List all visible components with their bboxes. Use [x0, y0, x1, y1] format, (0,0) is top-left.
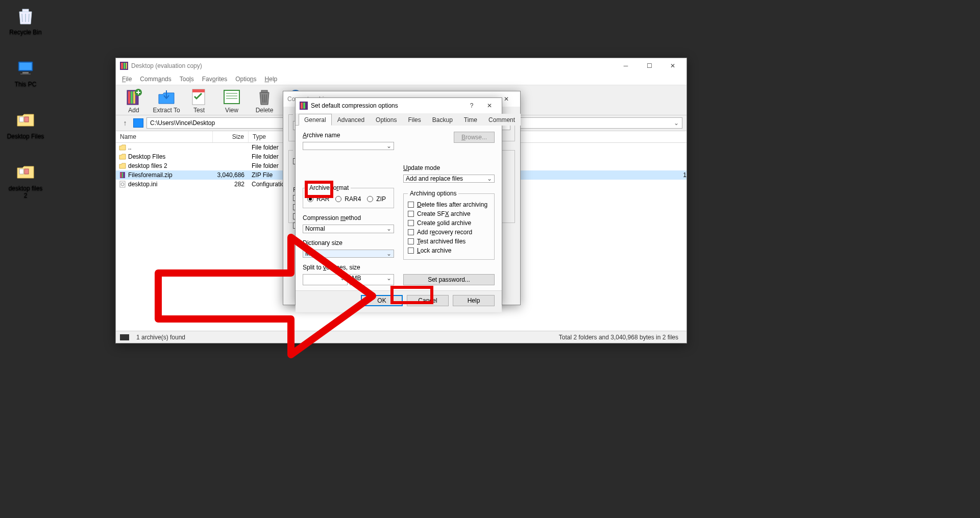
tab-time[interactable]: Time [458, 114, 483, 126]
radio-rar4[interactable]: RAR4 [335, 194, 361, 204]
svg-rect-4 [20, 73, 31, 75]
chevron-down-icon[interactable]: ⌄ [386, 275, 391, 282]
update-mode-select[interactable]: Add and replace files⌄ [403, 175, 495, 183]
col-size[interactable]: Size [213, 131, 249, 142]
svg-rect-3 [22, 72, 29, 73]
tb-add[interactable]: Add [119, 87, 149, 115]
tab-backup[interactable]: Backup [427, 114, 458, 126]
chevron-down-icon[interactable]: ⌄ [386, 142, 391, 150]
tb-label: Add [128, 107, 139, 114]
extract-icon [157, 87, 176, 107]
set-password-button[interactable]: Set password... [403, 274, 495, 285]
split-size-input[interactable]: ⌄ [303, 274, 348, 285]
maximize-button[interactable]: ☐ [638, 58, 661, 73]
compression-method-select[interactable]: Normal⌄ [303, 225, 394, 233]
svg-rect-5 [19, 117, 23, 122]
radio-zip[interactable]: ZIP [367, 194, 386, 204]
update-mode-label: Update mode [403, 164, 495, 171]
chk-solid[interactable]: Create solid archive [408, 218, 490, 228]
status-bar: 1 archive(s) found Total 2 folders and 3… [116, 331, 687, 343]
tb-delete[interactable]: Delete [250, 87, 279, 115]
desktop-icon-this-pc[interactable]: This PC [5, 57, 46, 88]
tb-test[interactable]: Test [184, 87, 214, 115]
ini-icon [119, 181, 126, 188]
svg-rect-11 [124, 63, 126, 69]
desktop-icon-recycle-bin[interactable]: Recycle Bin [5, 5, 46, 36]
ok-button[interactable]: OK [361, 295, 403, 306]
close-button[interactable]: ✕ [479, 98, 500, 113]
dialog-body: Archive name ⌄ Archive format RAR RAR4 Z… [296, 126, 502, 290]
menubar: File Commands Tools Favorites Options He… [116, 73, 687, 85]
tab-files[interactable]: Files [402, 114, 426, 126]
up-button[interactable]: ↑ [120, 119, 130, 127]
minimize-button[interactable]: ─ [614, 58, 638, 73]
svg-rect-20 [224, 90, 239, 104]
recycle-bin-icon [15, 5, 36, 27]
desktop-icon-label: Desktop Files [7, 133, 44, 140]
folder-icon [119, 153, 126, 160]
archive-name-input[interactable]: ⌄ [303, 142, 394, 150]
svg-rect-10 [121, 63, 123, 69]
dictionary-size-select[interactable]: MB⌄ [303, 250, 394, 258]
menu-help[interactable]: Help [262, 75, 281, 84]
status-right: Total 2 folders and 3,040,968 bytes in 2… [559, 334, 687, 341]
menu-tools[interactable]: Tools [177, 75, 197, 84]
tab-comment[interactable]: Comment [483, 114, 521, 126]
desktop-icon-desktop-files[interactable]: Desktop Files [5, 109, 46, 140]
tb-label: Test [193, 107, 205, 114]
svg-rect-6 [24, 117, 29, 122]
view-icon [222, 87, 241, 107]
tab-general[interactable]: General [299, 114, 332, 126]
this-pc-icon [15, 57, 36, 79]
chevron-down-icon[interactable]: ⌄ [674, 119, 679, 127]
close-button[interactable]: ✕ [661, 58, 684, 73]
tab-options[interactable]: Options [370, 114, 402, 126]
chk-test[interactable]: Test archived files [408, 237, 490, 246]
svg-rect-14 [128, 91, 130, 104]
chevron-down-icon[interactable]: ⌄ [386, 225, 391, 232]
svg-rect-12 [126, 63, 127, 69]
tb-view[interactable]: View [217, 87, 247, 115]
chevron-down-icon[interactable]: ⌄ [386, 250, 391, 257]
svg-rect-24 [261, 90, 267, 92]
drive-icon [133, 118, 143, 128]
archive-format-legend: Archive format [307, 184, 351, 191]
col-name[interactable]: Name [116, 131, 213, 142]
tab-advanced[interactable]: Advanced [332, 114, 370, 126]
tb-extract-to[interactable]: Extract To [152, 87, 181, 115]
cancel-button[interactable]: Cancel [407, 295, 449, 306]
split-volumes-label: Split to volumes, size [303, 264, 394, 271]
desktop-icon-label: desktop files 2 [9, 185, 43, 199]
chk-lock[interactable]: Lock archive [408, 246, 490, 255]
archive-name-label: Archive name [303, 132, 394, 139]
add-icon [124, 87, 143, 107]
dialog-title: Set default compression options [311, 102, 464, 109]
path-text: C:\Users\Vince\Desktop [150, 119, 215, 127]
titlebar[interactable]: Desktop (evaluation copy) ─ ☐ ✕ [116, 58, 687, 73]
delete-icon [255, 87, 274, 107]
tb-label: Delete [256, 107, 274, 114]
help-button[interactable]: Help [453, 295, 495, 306]
menu-options[interactable]: Options [232, 75, 259, 84]
tb-label: View [225, 107, 238, 114]
titlebar[interactable]: Set default compression options ? ✕ [296, 98, 502, 113]
chk-delete-after[interactable]: Delete files after archiving [408, 200, 490, 209]
help-button[interactable]: ? [464, 98, 479, 113]
archiving-options-fieldset: Archiving options Delete files after arc… [403, 190, 495, 260]
chevron-down-icon[interactable]: ⌄ [487, 175, 492, 182]
chevron-down-icon[interactable]: ⌄ [340, 275, 345, 282]
split-unit-select[interactable]: MB⌄ [350, 274, 395, 285]
svg-rect-0 [22, 9, 29, 12]
folder-icon [119, 144, 126, 151]
chk-recovery[interactable]: Add recovery record [408, 228, 490, 237]
menu-file[interactable]: File [119, 75, 135, 84]
menu-commands[interactable]: Commands [137, 75, 174, 84]
browse-button: Browse... [454, 132, 495, 143]
desktop-icon-desktop-files-2[interactable]: desktop files 2 [5, 161, 46, 199]
radio-rar[interactable]: RAR [307, 194, 329, 204]
menu-favorites[interactable]: Favorites [199, 75, 230, 84]
folder-icon [15, 109, 36, 131]
status-left: 1 archive(s) found [131, 334, 190, 341]
tb-label: Extract To [153, 107, 180, 114]
chk-sfx[interactable]: Create SFX archive [408, 209, 490, 218]
